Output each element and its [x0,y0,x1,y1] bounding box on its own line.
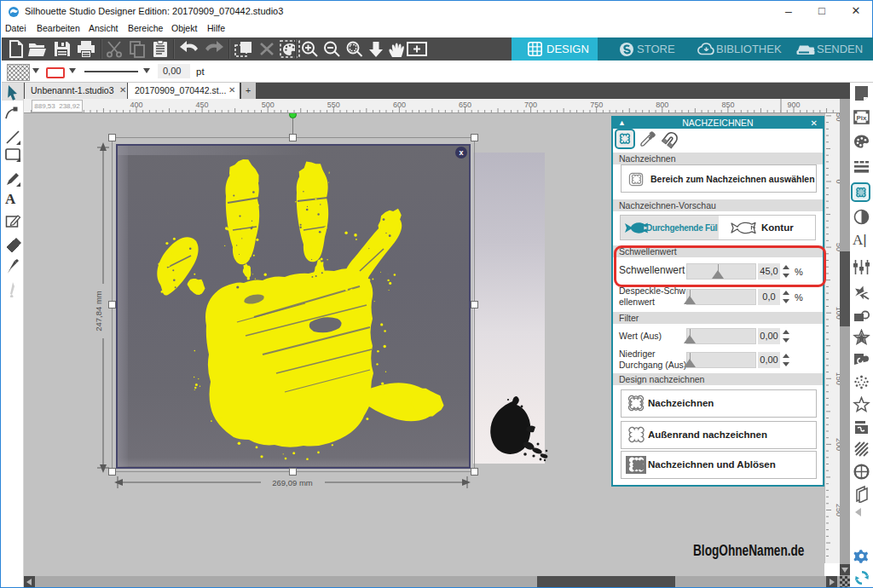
svg-text:400: 400 [130,101,142,109]
svg-text:750: 750 [590,101,603,109]
svg-text:650: 650 [459,101,471,109]
svg-text:700: 700 [524,101,537,109]
svg-text:500: 500 [262,101,275,109]
svg-text:550: 550 [327,101,340,109]
svg-text:Pix: Pix [856,114,867,122]
svg-text:800: 800 [656,101,668,109]
svg-text:600: 600 [393,101,406,109]
svg-text:850: 850 [721,101,734,109]
svg-text:450: 450 [196,101,209,109]
svg-text:900: 900 [787,101,800,109]
svg-text:269,09 mm: 269,09 mm [272,478,313,487]
svg-text:247,84 mm: 247,84 mm [94,291,103,331]
